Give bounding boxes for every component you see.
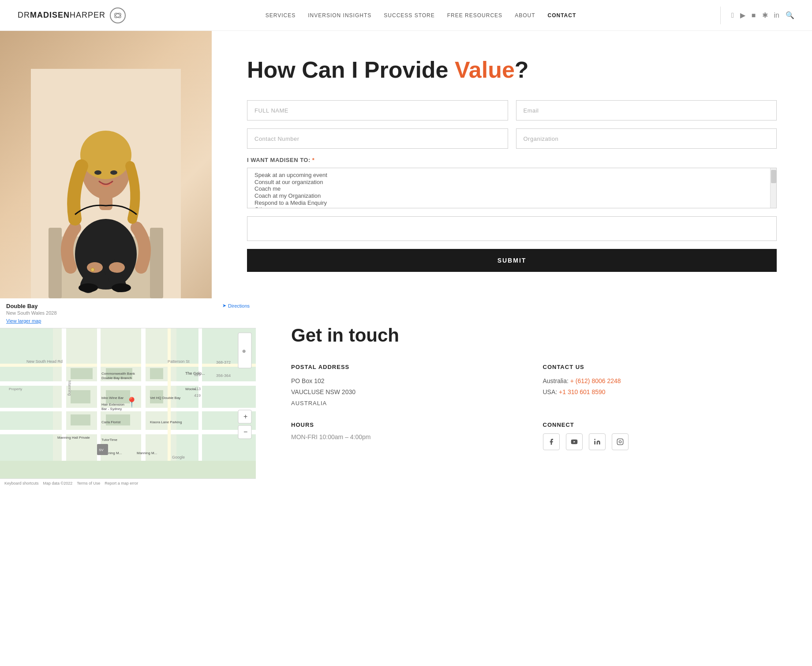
organization-input[interactable] [516, 128, 777, 149]
nav-item-services[interactable]: SERVICES [266, 12, 296, 19]
submit-button[interactable]: SUBMIT [247, 249, 777, 272]
contact-grid: POSTAL ADDRESS PO Box 102 VAUCLUSE NSW 2… [291, 364, 777, 450]
facebook-icon[interactable]:  [731, 11, 734, 19]
map-area: Double Bay New South Wales 2028 View lar… [0, 298, 256, 488]
contact-us-title: CONTACT US [543, 364, 777, 370]
postal-line-3: AUSTRALIA [291, 398, 525, 408]
svg-text:−: − [243, 428, 247, 436]
map-keyboard-shortcuts[interactable]: Keyboard shortcuts [4, 481, 39, 485]
option-coach-me[interactable]: Coach me [254, 185, 763, 192]
map-header: Double Bay New South Wales 2028 View lar… [0, 298, 256, 328]
contact-info-area: Get in touch POSTAL ADDRESS PO Box 102 V… [256, 298, 812, 488]
svg-rect-33 [71, 414, 90, 425]
hours-title: HOURS [291, 421, 525, 428]
email-input[interactable] [516, 100, 777, 120]
map-directions[interactable]: ➤ Directions [222, 303, 250, 309]
svg-text:Carla Florist: Carla Florist [101, 420, 121, 424]
svg-rect-25 [97, 328, 101, 461]
message-textarea[interactable] [247, 216, 777, 241]
twitter-icon[interactable]: ✱ [762, 11, 768, 19]
svg-text:⊕: ⊕ [242, 349, 246, 354]
map-data-credit: Map data ©2022 [43, 481, 73, 485]
nav-item-inversion[interactable]: INVERSION INSIGHTS [308, 12, 371, 19]
facebook-icon [548, 438, 555, 445]
postal-line-1: PO Box 102 [291, 376, 525, 387]
option-coach-org[interactable]: Coach at my Organization [254, 192, 763, 199]
instagram-icon[interactable]: ■ [752, 11, 756, 19]
usa-phone[interactable]: +1 310 601 8590 [559, 388, 606, 395]
logo[interactable]: DRMADISENHARPER [18, 8, 126, 23]
hero-section: How Can I Provide Value? I WANT MADISEN … [0, 31, 812, 298]
contact-number-input[interactable] [247, 128, 508, 149]
map-visual[interactable]: New South Head Rd Manning Patterson St C… [0, 328, 256, 478]
map-terms-link[interactable]: Terms of Use [77, 481, 100, 485]
svg-text:New South Head Rd: New South Head Rd [26, 359, 63, 364]
full-name-input[interactable] [247, 100, 508, 120]
svg-text:Commonwealth Bank: Commonwealth Bank [101, 372, 135, 376]
svg-rect-5 [150, 228, 163, 298]
search-icon[interactable]: 🔍 [786, 11, 794, 19]
nav-item-resources[interactable]: FREE RESOURCES [447, 12, 502, 19]
svg-text:Double Bay Branch: Double Bay Branch [101, 376, 132, 380]
svg-text:📍: 📍 [126, 396, 138, 408]
map-report-link[interactable]: Report a map error [105, 481, 138, 485]
svg-point-16 [91, 268, 94, 271]
svg-point-71 [594, 439, 595, 440]
option-speak[interactable]: Speak at an upcoming event [254, 172, 763, 179]
facebook-social-btn[interactable] [543, 433, 560, 450]
option-other[interactable]: Other [254, 206, 763, 208]
woman-figure-svg [31, 69, 181, 298]
svg-rect-21 [0, 408, 256, 411]
linkedin-icon [594, 438, 601, 445]
svg-point-11 [110, 170, 117, 175]
logo-circle-icon [113, 11, 122, 20]
scrollbar[interactable] [770, 168, 776, 208]
youtube-icon[interactable]: ▶ [740, 11, 745, 19]
map-directions-btn[interactable]: ➤ Directions [222, 303, 250, 309]
heading-accent: Value [455, 57, 515, 83]
linkedin-social-btn[interactable] [589, 433, 606, 450]
hours-section: HOURS MON-FRI 10:00am – 4:00pm [291, 421, 525, 450]
australia-phone-line: Australia: + (612) 8006 2248 [543, 376, 777, 387]
svg-point-13 [112, 283, 131, 292]
contact-us-text: Australia: + (612) 8006 2248 USA: +1 310… [543, 376, 777, 398]
youtube-social-btn[interactable] [566, 433, 583, 450]
postal-address-text: PO Box 102 VAUCLUSE NSW 2030 AUSTRALIA [291, 376, 525, 408]
svg-text:+: + [243, 413, 247, 420]
map-location-sub: New South Wales 2028 [6, 310, 57, 316]
nav-item-contact[interactable]: CONTACT [547, 12, 576, 19]
connect-title: CONNECT [543, 421, 777, 428]
svg-text:Hair Extension: Hair Extension [101, 403, 124, 406]
logo-light: HARPER [70, 11, 105, 19]
linkedin-icon[interactable]: in [774, 11, 779, 19]
nav-right:  ▶ ■ ✱ in 🔍 [716, 7, 794, 24]
logo-text: DRMADISENHARPER [18, 11, 105, 20]
svg-text:Bar - Sydney: Bar - Sydney [101, 407, 122, 411]
get-in-touch-title: Get in touch [291, 325, 777, 346]
map-view-larger-link[interactable]: View larger map [6, 318, 57, 324]
usa-label: USA: [543, 388, 559, 395]
want-select[interactable]: Speak at an upcoming event Consult at ou… [247, 168, 770, 208]
directions-arrow-icon: ➤ [222, 303, 226, 309]
connect-section: CONNECT [543, 421, 777, 450]
nav-links: SERVICES INVERSION INSIGHTS SUCCESS STOR… [266, 12, 576, 19]
directions-label: Directions [228, 303, 250, 309]
want-select-container[interactable]: Speak at an upcoming event Consult at ou… [247, 168, 777, 208]
nav-item-about[interactable]: ABOUT [515, 12, 535, 19]
postal-line-2: VAUCLUSE NSW 2030 [291, 387, 525, 398]
contact-form: I WANT MADISEN TO:* Speak at an upcoming… [247, 100, 777, 272]
option-media[interactable]: Respond to a Media Enquiry [254, 199, 763, 207]
svg-rect-72 [617, 439, 623, 444]
svg-rect-27 [168, 328, 171, 461]
postal-title: POSTAL ADDRESS [291, 364, 525, 370]
australia-phone[interactable]: + (612) 8006 2248 [570, 377, 621, 384]
svg-point-15 [109, 262, 125, 273]
option-consult[interactable]: Consult at our organization [254, 179, 763, 186]
svg-point-9 [80, 131, 131, 179]
svg-text:SV: SV [99, 448, 104, 452]
hero-heading: How Can I Provide Value? [247, 57, 777, 83]
instagram-social-btn[interactable] [612, 433, 629, 450]
form-row-contact-org [247, 128, 777, 149]
nav-item-store[interactable]: SUCCESS STORE [384, 12, 434, 19]
logo-bold: MADISEN [30, 11, 70, 19]
